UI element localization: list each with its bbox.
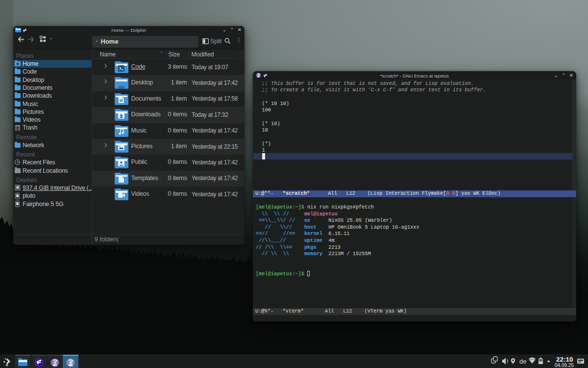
svg-text:04.09.25: 04.09.25	[555, 363, 574, 368]
svg-text:de: de	[519, 358, 526, 365]
